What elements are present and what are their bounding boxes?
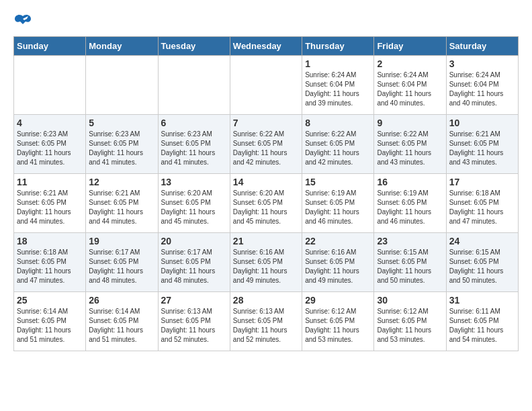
calendar-cell: 18Sunrise: 6:18 AM Sunset: 6:05 PM Dayli… <box>14 233 86 292</box>
day-info: Sunrise: 6:16 AM Sunset: 6:05 PM Dayligh… <box>305 248 371 285</box>
day-info: Sunrise: 6:12 AM Sunset: 6:05 PM Dayligh… <box>305 307 371 345</box>
day-info: Sunrise: 6:23 AM Sunset: 6:05 PM Dayligh… <box>89 130 154 167</box>
day-number: 11 <box>17 177 83 187</box>
calendar-cell: 16Sunrise: 6:19 AM Sunset: 6:05 PM Dayli… <box>374 174 446 233</box>
day-number: 29 <box>305 295 371 306</box>
calendar-cell: 22Sunrise: 6:16 AM Sunset: 6:05 PM Dayli… <box>302 233 374 292</box>
calendar-cell: 13Sunrise: 6:20 AM Sunset: 6:05 PM Dayli… <box>158 174 230 233</box>
calendar-cell: 15Sunrise: 6:19 AM Sunset: 6:05 PM Dayli… <box>302 174 374 233</box>
day-number: 18 <box>17 236 83 246</box>
day-number: 6 <box>161 118 227 128</box>
day-number: 10 <box>449 118 515 128</box>
calendar-table: SundayMondayTuesdayWednesdayThursdayFrid… <box>13 36 519 351</box>
calendar-cell: 19Sunrise: 6:17 AM Sunset: 6:05 PM Dayli… <box>86 233 158 292</box>
day-number: 30 <box>377 295 443 306</box>
day-number: 17 <box>449 177 515 187</box>
day-info: Sunrise: 6:22 AM Sunset: 6:05 PM Dayligh… <box>305 130 371 167</box>
calendar-cell: 21Sunrise: 6:16 AM Sunset: 6:05 PM Dayli… <box>230 233 302 292</box>
day-number: 23 <box>377 236 443 246</box>
calendar-cell: 7Sunrise: 6:22 AM Sunset: 6:05 PM Daylig… <box>230 115 302 174</box>
day-number: 25 <box>17 295 83 306</box>
calendar-cell: 8Sunrise: 6:22 AM Sunset: 6:05 PM Daylig… <box>302 115 374 174</box>
day-number: 27 <box>161 295 227 306</box>
day-info: Sunrise: 6:23 AM Sunset: 6:05 PM Dayligh… <box>17 130 83 167</box>
weekday-header-tuesday: Tuesday <box>158 37 230 56</box>
day-number: 22 <box>305 236 371 246</box>
calendar-cell: 31Sunrise: 6:11 AM Sunset: 6:05 PM Dayli… <box>446 292 518 351</box>
calendar-week-row: 4Sunrise: 6:23 AM Sunset: 6:05 PM Daylig… <box>14 115 519 174</box>
calendar-cell: 25Sunrise: 6:14 AM Sunset: 6:05 PM Dayli… <box>14 292 86 351</box>
day-number: 20 <box>161 236 227 246</box>
day-info: Sunrise: 6:11 AM Sunset: 6:05 PM Dayligh… <box>449 307 515 345</box>
day-number: 12 <box>89 177 154 187</box>
day-number: 8 <box>305 118 371 128</box>
day-info: Sunrise: 6:22 AM Sunset: 6:05 PM Dayligh… <box>233 130 299 167</box>
day-number: 14 <box>233 177 299 187</box>
calendar-week-row: 18Sunrise: 6:18 AM Sunset: 6:05 PM Dayli… <box>14 233 519 292</box>
calendar-cell: 30Sunrise: 6:12 AM Sunset: 6:05 PM Dayli… <box>374 292 446 351</box>
day-info: Sunrise: 6:19 AM Sunset: 6:05 PM Dayligh… <box>377 189 443 226</box>
day-number: 7 <box>233 118 299 128</box>
day-number: 16 <box>377 177 443 187</box>
calendar-cell: 6Sunrise: 6:23 AM Sunset: 6:05 PM Daylig… <box>158 115 230 174</box>
calendar-cell <box>86 56 158 115</box>
calendar-cell: 17Sunrise: 6:18 AM Sunset: 6:05 PM Dayli… <box>446 174 518 233</box>
calendar-cell: 4Sunrise: 6:23 AM Sunset: 6:05 PM Daylig… <box>14 115 86 174</box>
calendar-cell: 5Sunrise: 6:23 AM Sunset: 6:05 PM Daylig… <box>86 115 158 174</box>
day-number: 31 <box>449 295 515 306</box>
calendar-week-row: 11Sunrise: 6:21 AM Sunset: 6:05 PM Dayli… <box>14 174 519 233</box>
day-info: Sunrise: 6:24 AM Sunset: 6:04 PM Dayligh… <box>449 71 515 108</box>
day-number: 13 <box>161 177 227 187</box>
day-info: Sunrise: 6:13 AM Sunset: 6:05 PM Dayligh… <box>161 307 227 345</box>
day-number: 19 <box>89 236 154 246</box>
weekday-header-wednesday: Wednesday <box>230 37 302 56</box>
day-info: Sunrise: 6:18 AM Sunset: 6:05 PM Dayligh… <box>17 248 83 285</box>
day-info: Sunrise: 6:20 AM Sunset: 6:05 PM Dayligh… <box>161 189 227 226</box>
calendar-cell: 28Sunrise: 6:13 AM Sunset: 6:05 PM Dayli… <box>230 292 302 351</box>
day-number: 2 <box>377 58 443 69</box>
calendar-cell: 29Sunrise: 6:12 AM Sunset: 6:05 PM Dayli… <box>302 292 374 351</box>
day-info: Sunrise: 6:15 AM Sunset: 6:05 PM Dayligh… <box>377 248 443 285</box>
calendar-cell: 24Sunrise: 6:15 AM Sunset: 6:05 PM Dayli… <box>446 233 518 292</box>
day-info: Sunrise: 6:17 AM Sunset: 6:05 PM Dayligh… <box>161 248 227 285</box>
calendar-week-row: 25Sunrise: 6:14 AM Sunset: 6:05 PM Dayli… <box>14 292 519 351</box>
day-info: Sunrise: 6:21 AM Sunset: 6:05 PM Dayligh… <box>449 130 515 167</box>
weekday-header-thursday: Thursday <box>302 37 374 56</box>
calendar-cell: 9Sunrise: 6:22 AM Sunset: 6:05 PM Daylig… <box>374 115 446 174</box>
day-info: Sunrise: 6:20 AM Sunset: 6:05 PM Dayligh… <box>233 189 299 226</box>
weekday-header-monday: Monday <box>86 37 158 56</box>
day-info: Sunrise: 6:24 AM Sunset: 6:04 PM Dayligh… <box>305 71 371 108</box>
day-info: Sunrise: 6:21 AM Sunset: 6:05 PM Dayligh… <box>89 189 154 226</box>
day-info: Sunrise: 6:24 AM Sunset: 6:04 PM Dayligh… <box>377 71 443 108</box>
day-info: Sunrise: 6:19 AM Sunset: 6:05 PM Dayligh… <box>305 189 371 226</box>
day-number: 4 <box>17 118 83 128</box>
day-info: Sunrise: 6:15 AM Sunset: 6:05 PM Dayligh… <box>449 248 515 285</box>
day-number: 15 <box>305 177 371 187</box>
day-info: Sunrise: 6:13 AM Sunset: 6:05 PM Dayligh… <box>233 307 299 345</box>
calendar-cell <box>230 56 302 115</box>
page-header <box>13 13 519 30</box>
day-info: Sunrise: 6:21 AM Sunset: 6:05 PM Dayligh… <box>17 189 83 226</box>
calendar-cell: 27Sunrise: 6:13 AM Sunset: 6:05 PM Dayli… <box>158 292 230 351</box>
calendar-cell: 11Sunrise: 6:21 AM Sunset: 6:05 PM Dayli… <box>14 174 86 233</box>
weekday-header-row: SundayMondayTuesdayWednesdayThursdayFrid… <box>14 37 519 56</box>
calendar-cell: 23Sunrise: 6:15 AM Sunset: 6:05 PM Dayli… <box>374 233 446 292</box>
day-info: Sunrise: 6:16 AM Sunset: 6:05 PM Dayligh… <box>233 248 299 285</box>
weekday-header-saturday: Saturday <box>446 37 518 56</box>
calendar-cell: 2Sunrise: 6:24 AM Sunset: 6:04 PM Daylig… <box>374 56 446 115</box>
weekday-header-friday: Friday <box>374 37 446 56</box>
calendar-cell: 10Sunrise: 6:21 AM Sunset: 6:05 PM Dayli… <box>446 115 518 174</box>
day-info: Sunrise: 6:17 AM Sunset: 6:05 PM Dayligh… <box>89 248 154 285</box>
day-info: Sunrise: 6:14 AM Sunset: 6:05 PM Dayligh… <box>89 307 154 345</box>
calendar-cell: 1Sunrise: 6:24 AM Sunset: 6:04 PM Daylig… <box>302 56 374 115</box>
calendar-week-row: 1Sunrise: 6:24 AM Sunset: 6:04 PM Daylig… <box>14 56 519 115</box>
day-number: 24 <box>449 236 515 246</box>
day-number: 28 <box>233 295 299 306</box>
calendar-cell: 3Sunrise: 6:24 AM Sunset: 6:04 PM Daylig… <box>446 56 518 115</box>
day-number: 26 <box>89 295 154 306</box>
calendar-cell: 14Sunrise: 6:20 AM Sunset: 6:05 PM Dayli… <box>230 174 302 233</box>
day-number: 9 <box>377 118 443 128</box>
day-number: 3 <box>449 58 515 69</box>
calendar-cell: 26Sunrise: 6:14 AM Sunset: 6:05 PM Dayli… <box>86 292 158 351</box>
day-number: 5 <box>89 118 154 128</box>
